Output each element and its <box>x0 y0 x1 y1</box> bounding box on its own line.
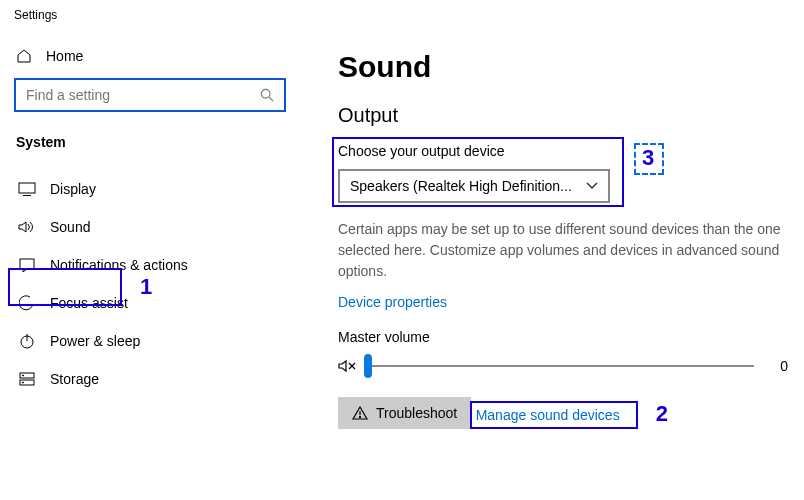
sidebar-item-storage[interactable]: Storage <box>14 360 286 398</box>
sidebar-item-label: Storage <box>50 371 99 387</box>
output-device-dropdown[interactable]: Speakers (Realtek High Definition... <box>338 169 610 203</box>
sidebar-item-label: Notifications & actions <box>50 257 188 273</box>
focus-assist-icon <box>18 295 36 311</box>
sidebar-item-display[interactable]: Display <box>14 170 286 208</box>
sidebar-item-focus-assist[interactable]: Focus assist <box>14 284 286 322</box>
sidebar-item-sound[interactable]: Sound <box>14 208 286 246</box>
sidebar-item-label: Display <box>50 181 96 197</box>
sidebar-section-title: System <box>14 134 286 150</box>
search-icon <box>260 88 274 102</box>
slider-thumb[interactable] <box>364 354 372 378</box>
search-input-container[interactable] <box>14 78 286 112</box>
sidebar-item-notifications[interactable]: Notifications & actions <box>14 246 286 284</box>
storage-icon <box>18 372 36 386</box>
notifications-icon <box>18 258 36 272</box>
svg-rect-4 <box>20 259 34 269</box>
window-titlebar: Settings <box>0 0 804 26</box>
sidebar-item-label: Sound <box>50 219 90 235</box>
manage-sound-devices-link[interactable]: Manage sound devices <box>476 407 620 423</box>
display-icon <box>18 182 36 196</box>
sidebar: Home System Display <box>0 26 300 500</box>
sidebar-home-label: Home <box>46 48 83 64</box>
volume-row: 0 <box>338 357 788 375</box>
svg-point-9 <box>22 375 23 376</box>
sidebar-home[interactable]: Home <box>14 38 286 78</box>
content-area: Sound Output Choose your output device S… <box>300 26 804 500</box>
svg-rect-2 <box>19 183 35 193</box>
svg-point-0 <box>261 89 270 98</box>
warning-icon <box>352 406 368 420</box>
home-icon <box>16 48 32 64</box>
troubleshoot-button[interactable]: Troubleshoot <box>338 397 471 429</box>
window-title: Settings <box>14 8 57 22</box>
output-description: Certain apps may be set up to use differ… <box>338 219 786 282</box>
choose-output-label: Choose your output device <box>338 143 788 159</box>
dropdown-value: Speakers (Realtek High Definition... <box>350 178 572 194</box>
power-icon <box>18 333 36 349</box>
volume-slider[interactable] <box>368 365 754 367</box>
annotation-number-2: 2 <box>656 401 668 427</box>
device-properties-link[interactable]: Device properties <box>338 294 447 310</box>
sidebar-item-power-sleep[interactable]: Power & sleep <box>14 322 286 360</box>
svg-point-14 <box>359 416 360 417</box>
chevron-down-icon <box>586 182 598 190</box>
speaker-muted-icon[interactable] <box>338 357 358 375</box>
svg-point-10 <box>22 382 23 383</box>
search-input[interactable] <box>26 87 260 103</box>
volume-value: 0 <box>764 358 788 374</box>
svg-line-1 <box>269 97 273 101</box>
output-heading: Output <box>338 104 788 127</box>
sidebar-item-label: Power & sleep <box>50 333 140 349</box>
sound-icon <box>18 219 36 235</box>
sidebar-item-label: Focus assist <box>50 295 128 311</box>
master-volume-label: Master volume <box>338 329 788 345</box>
page-title: Sound <box>338 50 788 84</box>
troubleshoot-label: Troubleshoot <box>376 405 457 421</box>
